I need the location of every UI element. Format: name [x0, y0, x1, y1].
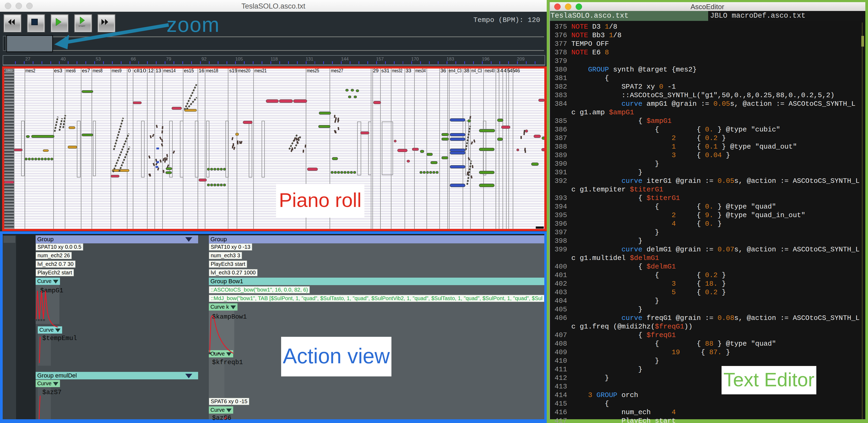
- svg-text:mes25: mes25: [307, 68, 319, 73]
- svg-text:m4_C3: m4_C3: [471, 68, 482, 73]
- svg-text:mes20: mes20: [238, 68, 250, 73]
- svg-text:16: 16: [199, 68, 204, 73]
- svg-text:s31: s31: [381, 68, 390, 73]
- svg-text:mes27: mes27: [331, 68, 343, 73]
- svg-text:4: 4: [504, 68, 506, 73]
- svg-text:mes40: mes40: [485, 68, 495, 73]
- svg-text:29: 29: [373, 68, 379, 73]
- svg-text:cll10: cll10: [134, 68, 146, 73]
- svg-text:s19: s19: [229, 68, 238, 73]
- svg-text:es7: es7: [82, 68, 90, 73]
- svg-text:mes2: mes2: [25, 68, 35, 73]
- svg-text:33: 33: [406, 68, 411, 73]
- svg-text:3: 3: [497, 68, 500, 73]
- svg-text:38: 38: [464, 68, 469, 73]
- svg-text:4: 4: [500, 68, 503, 73]
- svg-text:mes8: mes8: [93, 68, 102, 73]
- svg-text:mes14: mes14: [163, 68, 176, 73]
- svg-text:mes18: mes18: [206, 68, 218, 73]
- svg-text:36: 36: [440, 68, 446, 73]
- svg-text:12: 12: [148, 68, 154, 73]
- svg-text:46: 46: [514, 68, 520, 73]
- svg-text:mes9: mes9: [112, 68, 122, 73]
- svg-text:mes34: mes34: [415, 68, 426, 73]
- svg-text:mes6: mes6: [66, 68, 76, 73]
- svg-text:13: 13: [156, 68, 161, 73]
- svg-text:0: 0: [128, 68, 131, 73]
- svg-text:mes21: mes21: [254, 68, 267, 73]
- svg-text:es15: es15: [184, 68, 194, 73]
- svg-text:es3: es3: [54, 68, 62, 73]
- svg-text:em4_C3: em4_C3: [449, 68, 462, 73]
- svg-text:mes32: mes32: [392, 68, 402, 73]
